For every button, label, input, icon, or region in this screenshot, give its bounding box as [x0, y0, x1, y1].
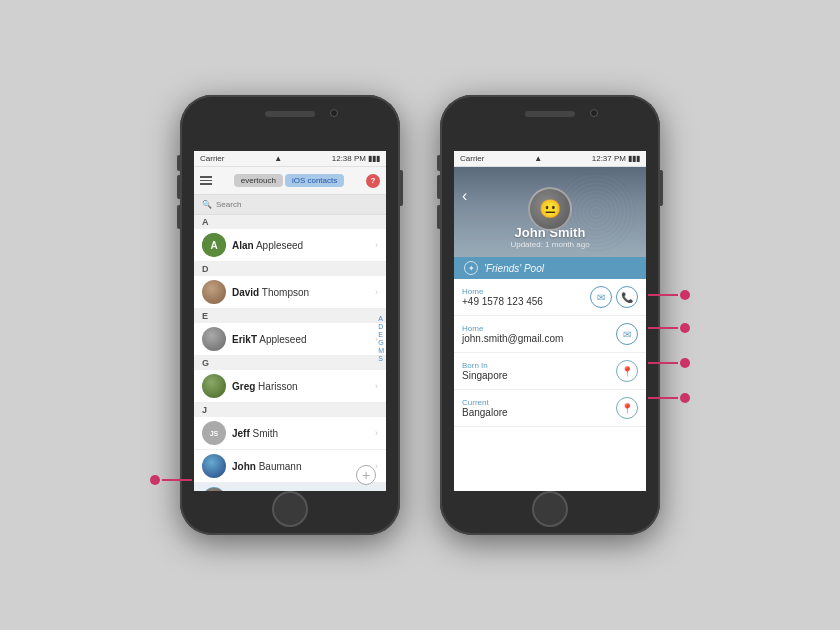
- status-bar-2: Carrier ▲ 12:37 PM ▮▮▮: [454, 151, 646, 167]
- section-header-g: G: [194, 356, 386, 370]
- status-bar-1: Carrier ▲ 12:38 PM ▮▮▮: [194, 151, 386, 167]
- avatar-erikt: [202, 327, 226, 351]
- avatar-alan: A: [202, 233, 226, 257]
- email-label: Home: [462, 324, 612, 333]
- search-input[interactable]: [216, 200, 378, 209]
- detail-row-born: Born In Singapore 📍: [454, 357, 646, 385]
- tab-evertouch[interactable]: evertouch: [234, 174, 283, 187]
- volume-down-button[interactable]: [177, 205, 180, 229]
- speaker: [265, 111, 315, 117]
- home-button-1[interactable]: [272, 491, 308, 527]
- contact-item-alan[interactable]: A Alan Appleseed ›: [194, 229, 386, 262]
- chevron-john-b: ›: [375, 461, 378, 471]
- volume-up-button-2[interactable]: [437, 175, 440, 199]
- wifi-icon-2: ▲: [534, 154, 542, 163]
- avatar-david: [202, 280, 226, 304]
- detail-current: Current Bangalore 📍: [454, 390, 646, 427]
- phone-action-icons: ✉ 📞: [590, 286, 638, 308]
- section-header-a: A: [194, 215, 386, 229]
- hamburger-menu[interactable]: [200, 176, 212, 185]
- nav-bar-1: evertouch iOS contacts ?: [194, 167, 386, 195]
- detail-phone: Home +49 1578 123 456 ✉ 📞: [454, 279, 646, 316]
- contact-name-jeff: Jeff Smith: [232, 428, 369, 439]
- phone1-screen: Carrier ▲ 12:38 PM ▮▮▮ evertouch iOS con…: [194, 151, 386, 491]
- pool-icon: ✦: [464, 261, 478, 275]
- battery-icon-2: ▮▮▮: [628, 154, 640, 163]
- volume-down-button-2[interactable]: [437, 205, 440, 229]
- contact-name-john-b: John Baumann: [232, 461, 369, 472]
- detail-info-phone: Home +49 1578 123 456: [462, 287, 586, 307]
- born-value: Singapore: [462, 370, 612, 381]
- detail-row-email: Home john.smith@gmail.com ✉: [454, 320, 646, 348]
- phone-value: +49 1578 123 456: [462, 296, 586, 307]
- phone1: Carrier ▲ 12:38 PM ▮▮▮ evertouch iOS con…: [180, 95, 400, 535]
- chevron-greg: ›: [375, 381, 378, 391]
- speaker-2: [525, 111, 575, 117]
- detail-born: Born In Singapore 📍: [454, 353, 646, 390]
- avatar-jeff: JS: [202, 421, 226, 445]
- arrow-email-action: [648, 323, 690, 333]
- arrow-john-smith-list: [150, 475, 192, 485]
- phone2-screen: Carrier ▲ 12:37 PM ▮▮▮ ‹ 😐 John Smith Up…: [454, 151, 646, 491]
- email-action-button[interactable]: ✉: [590, 286, 612, 308]
- avatar-john-s: [202, 487, 226, 491]
- mute-button[interactable]: [177, 155, 180, 171]
- back-button[interactable]: ‹: [462, 187, 467, 205]
- alpha-e[interactable]: E: [378, 331, 384, 338]
- avatar-greg: [202, 374, 226, 398]
- section-header-j: J: [194, 403, 386, 417]
- arrow-line-5: [162, 479, 192, 481]
- arrow-line-1: [648, 294, 678, 296]
- contact-item-jeff[interactable]: JS Jeff Smith ›: [194, 417, 386, 450]
- time-1: 12:38 PM: [332, 154, 366, 163]
- pool-bar: ✦ 'Friends' Pool: [454, 257, 646, 279]
- section-header-d: D: [194, 262, 386, 276]
- alpha-m[interactable]: M: [378, 347, 384, 354]
- contact-item-erikt[interactable]: ErikT Appleseed ›: [194, 323, 386, 356]
- contact-name-david: David Thompson: [232, 287, 369, 298]
- contact-item-greg[interactable]: Greg Harisson ›: [194, 370, 386, 403]
- arrow-dot-3: [680, 358, 690, 368]
- arrow-dot-5: [150, 475, 160, 485]
- camera: [330, 109, 338, 117]
- location-action-button-born[interactable]: 📍: [616, 360, 638, 382]
- arrow-line-4: [648, 397, 678, 399]
- time-2: 12:37 PM: [592, 154, 626, 163]
- current-action-icons: 📍: [616, 397, 638, 419]
- chevron-jeff: ›: [375, 428, 378, 438]
- arrow-dot-1: [680, 290, 690, 300]
- email-value: john.smith@gmail.com: [462, 333, 612, 344]
- pool-label: 'Friends' Pool: [484, 263, 544, 274]
- avatar-emoji: 😐: [539, 198, 561, 220]
- phone2: Carrier ▲ 12:37 PM ▮▮▮ ‹ 😐 John Smith Up…: [440, 95, 660, 535]
- email-action-icons: ✉: [616, 323, 638, 345]
- power-button[interactable]: [400, 170, 403, 206]
- phone-label: Home: [462, 287, 586, 296]
- alpha-a[interactable]: A: [378, 315, 384, 322]
- alpha-d[interactable]: D: [378, 323, 384, 330]
- detail-info-email: Home john.smith@gmail.com: [462, 324, 612, 344]
- contact-name-erikt: ErikT Appleseed: [232, 334, 369, 345]
- contact-item-john-s[interactable]: John Smith ›: [194, 483, 386, 491]
- tab-ios-contacts[interactable]: iOS contacts: [285, 174, 344, 187]
- add-contact-button[interactable]: +: [356, 465, 376, 485]
- section-header-e: E: [194, 309, 386, 323]
- volume-up-button[interactable]: [177, 175, 180, 199]
- email-action-button-2[interactable]: ✉: [616, 323, 638, 345]
- contact-item-david[interactable]: David Thompson ›: [194, 276, 386, 309]
- detail-info-current: Current Bangalore: [462, 398, 612, 418]
- home-button-2[interactable]: [532, 491, 568, 527]
- alpha-s[interactable]: S: [378, 355, 384, 362]
- power-button-2[interactable]: [660, 170, 663, 206]
- search-icon: 🔍: [202, 200, 212, 209]
- alpha-index: A D E G M S: [378, 315, 384, 362]
- help-button[interactable]: ?: [366, 174, 380, 188]
- arrow-current-action: [648, 393, 690, 403]
- location-action-button-current[interactable]: 📍: [616, 397, 638, 419]
- mute-button-2[interactable]: [437, 155, 440, 171]
- carrier-label-2: Carrier: [460, 154, 484, 163]
- call-action-button[interactable]: 📞: [616, 286, 638, 308]
- arrow-born-action: [648, 358, 690, 368]
- alpha-g[interactable]: G: [378, 339, 384, 346]
- detail-email: Home john.smith@gmail.com ✉: [454, 316, 646, 353]
